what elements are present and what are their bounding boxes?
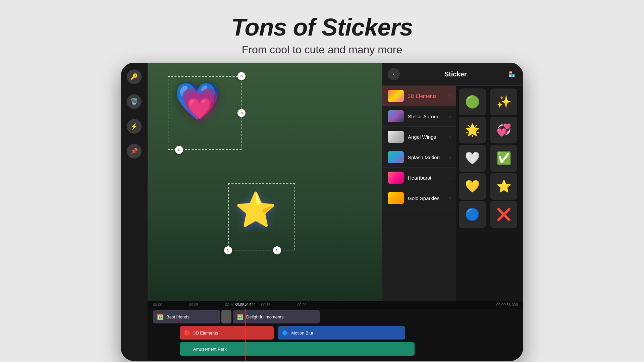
clip-audio-label: Amusement Park bbox=[193, 347, 227, 352]
category-arrow-heart: › bbox=[449, 175, 451, 180]
clip-motion-blur-label: Motion Blur bbox=[291, 330, 313, 336]
category-name-3d: 3D Elements bbox=[408, 93, 445, 99]
clip-icon-2: 🖼️ bbox=[237, 314, 244, 320]
sticker-item-7[interactable]: 💛 bbox=[459, 173, 486, 200]
clip-3d-elements[interactable]: 🔴 3D Elements bbox=[180, 326, 274, 340]
ruler-mark-1: 00:00 bbox=[153, 303, 162, 307]
timeline-ruler: 00:00 00:05 00:10 00:15 00:20 00:00:36.0… bbox=[148, 301, 523, 309]
audio-track: 🎵 Amusement Park bbox=[148, 342, 523, 356]
ruler-mark-3: 00:10 bbox=[225, 303, 234, 307]
sidebar-icon-delete[interactable]: 🗑️ bbox=[127, 94, 142, 109]
sticker-panel-header: ‹ Sticker 🏪 bbox=[382, 63, 523, 86]
sticker-panel-title: Sticker bbox=[405, 70, 506, 78]
timeline-tracks: 🖼️ Best friends 🖼️ Delightful moments bbox=[148, 309, 523, 361]
sidebar-icon-key[interactable]: 🔑 bbox=[127, 69, 142, 84]
category-thumb-gold bbox=[388, 192, 404, 204]
category-arrow-stellar: › bbox=[449, 114, 451, 119]
page-header: Tons of Stickers From cool to cute and m… bbox=[231, 0, 413, 56]
playhead-time-label: 00:00:04.477 bbox=[233, 302, 257, 307]
clip-label-2: Delightful moments bbox=[246, 314, 283, 319]
sticker-item-1[interactable]: 🟢 bbox=[459, 88, 486, 115]
category-thumb-heart bbox=[388, 172, 404, 184]
left-sidebar: 🔑 🗑️ ⚡ 📌 bbox=[121, 63, 148, 361]
category-heartburst[interactable]: Heartburst › bbox=[382, 168, 456, 188]
motion-blur-icon: 🔷 bbox=[282, 330, 288, 336]
category-thumb-splash bbox=[388, 151, 404, 163]
category-angel-wings[interactable]: Angel Wings › bbox=[382, 127, 456, 147]
page-subtitle: From cool to cute and many more bbox=[231, 44, 413, 56]
main-content: ↻ ↻ ↻ 💙 💗 ↻ ↻ ⭐ bbox=[148, 63, 523, 361]
category-name-stellar: Stellar Aurora bbox=[408, 114, 445, 119]
total-time-label: 00:00:36.000 bbox=[496, 301, 518, 309]
category-arrow-splash: › bbox=[449, 155, 451, 160]
sticker-item-6[interactable]: ✅ bbox=[490, 145, 517, 172]
sidebar-icon-pin[interactable]: 📌 bbox=[127, 144, 142, 159]
sticker-categories-list: 3D Elements › Stellar Aurora › Angel Win… bbox=[382, 86, 456, 301]
page-title: Tons of Stickers bbox=[231, 13, 413, 41]
sidebar-icon-adjust[interactable]: ⚡ bbox=[127, 119, 142, 134]
category-thumb-stellar bbox=[388, 110, 404, 122]
clip-audio[interactable]: 🎵 Amusement Park bbox=[180, 342, 415, 356]
category-gold-sparkles[interactable]: Gold Sparkles › bbox=[382, 188, 456, 208]
effect-tracks: 🔴 3D Elements 🔷 Motion Blur bbox=[148, 326, 523, 342]
3d-icon: 🔴 bbox=[184, 330, 191, 336]
category-splash-motion[interactable]: Splash Motion › bbox=[382, 147, 456, 168]
clip-motion-blur[interactable]: 🔷 Motion Blur bbox=[278, 326, 405, 340]
sticker-item-9[interactable]: 🔵 bbox=[459, 201, 486, 228]
category-name-angel: Angel Wings bbox=[408, 134, 445, 140]
category-name-heart: Heartburst bbox=[408, 175, 445, 181]
clip-best-friends[interactable]: 🖼️ Best friends bbox=[153, 310, 220, 323]
clip-icon-1: 🖼️ bbox=[157, 314, 164, 320]
sticker-items-grid: 🟢 ✨ 🌟 💞 🤍 ✅ 💛 ⭐ 🔵 ❌ bbox=[456, 86, 523, 301]
clip-label-1: Best friends bbox=[166, 314, 190, 319]
sticker-item-3[interactable]: 🌟 bbox=[459, 117, 486, 143]
playhead[interactable]: 00:00:04.477 bbox=[245, 309, 246, 361]
clip-separator bbox=[221, 310, 231, 323]
ruler-mark-4: 00:15 bbox=[261, 303, 271, 307]
video-track-row: 🖼️ Best friends 🖼️ Delightful moments bbox=[153, 310, 518, 325]
sticker-item-5[interactable]: 🤍 bbox=[459, 145, 486, 172]
category-arrow-angel: › bbox=[449, 134, 451, 139]
timeline-area: 00:00 00:05 00:10 00:15 00:20 00:00:36.0… bbox=[148, 301, 523, 361]
category-arrow-3d: › bbox=[449, 93, 451, 99]
category-name-gold: Gold Sparkles bbox=[408, 195, 445, 201]
audio-icon: 🎵 bbox=[184, 346, 191, 352]
sticker-back-button[interactable]: ‹ bbox=[388, 68, 400, 80]
sticker-item-8[interactable]: ⭐ bbox=[490, 173, 517, 200]
clip-delightful[interactable]: 🖼️ Delightful moments bbox=[233, 310, 320, 323]
video-area: ↻ ↻ ↻ 💙 💗 ↻ ↻ ⭐ bbox=[148, 63, 523, 301]
ruler-mark-2: 00:05 bbox=[189, 303, 199, 307]
category-stellar-aurora[interactable]: Stellar Aurora › bbox=[382, 106, 456, 127]
category-arrow-gold: › bbox=[449, 195, 451, 201]
sticker-item-2[interactable]: ✨ bbox=[490, 88, 517, 115]
sticker-store-button[interactable]: 🏪 bbox=[506, 68, 518, 80]
category-name-splash: Splash Motion bbox=[408, 155, 445, 160]
audio-track-row: 🎵 Amusement Park bbox=[153, 342, 518, 356]
category-3d-elements[interactable]: 3D Elements › bbox=[382, 86, 456, 106]
sticker-item-4[interactable]: 💞 bbox=[490, 117, 517, 143]
category-thumb-3d bbox=[388, 90, 404, 102]
category-thumb-angel bbox=[388, 131, 404, 143]
sticker-panel: ‹ Sticker 🏪 3D Elements › bbox=[382, 63, 523, 301]
device-frame: 🔑 🗑️ ⚡ 📌 ↻ ↻ ↻ bbox=[121, 63, 523, 361]
sticker-content: 3D Elements › Stellar Aurora › Angel Win… bbox=[382, 86, 523, 301]
clip-3d-label: 3D Elements bbox=[193, 330, 218, 336]
effect-track-row: 🔴 3D Elements 🔷 Motion Blur bbox=[153, 326, 518, 341]
ruler-mark-5: 00:20 bbox=[297, 303, 307, 307]
sticker-item-10[interactable]: ❌ bbox=[490, 201, 517, 228]
video-track: 🖼️ Best friends 🖼️ Delightful moments bbox=[148, 310, 523, 326]
